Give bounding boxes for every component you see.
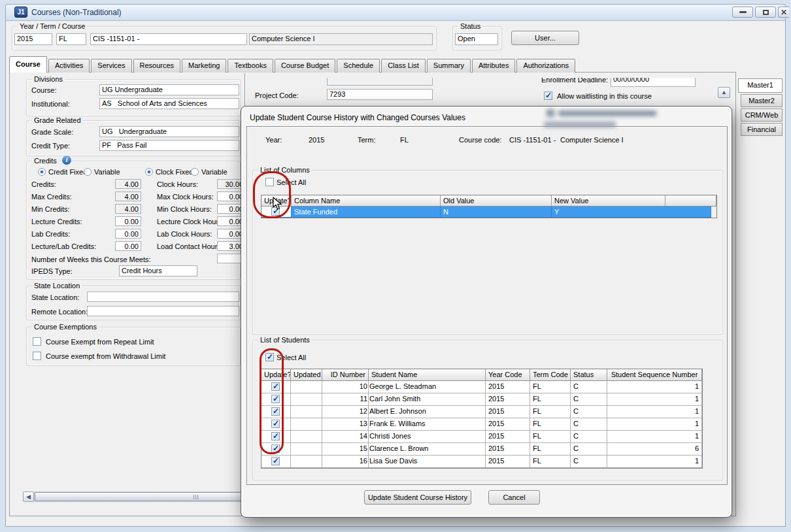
student-cell[interactable]: Christi Jones [369,431,486,443]
scroll-up-icon[interactable]: ▲ [718,87,730,98]
student-cell[interactable]: C [571,431,607,443]
student-cell[interactable] [291,431,322,443]
student-cell[interactable]: C [571,456,607,468]
right-tab-financial[interactable]: Financial [741,123,783,136]
students-table-row[interactable]: 15Clarence L. Brown2015FLC6 [261,443,702,456]
student-cell[interactable]: FL [530,406,571,418]
tab-class-list[interactable]: Class List [381,59,426,73]
exemption-checkbox-1[interactable] [33,352,41,360]
student-cell[interactable]: Albert E. Johnson [369,406,486,418]
student-cell[interactable] [291,418,322,431]
student-cell[interactable]: 2015 [486,381,530,393]
tab-summary[interactable]: Summary [427,59,471,73]
course-name-field[interactable]: Computer Science I [249,33,433,45]
restore-icon[interactable] [755,7,776,18]
student-cell[interactable]: 16 [322,456,369,468]
close-icon[interactable]: ✕ [778,7,789,18]
credits-row-left-field[interactable]: 0.00 [115,241,141,251]
year-input[interactable]: 2015 [14,33,52,45]
students-header-status[interactable]: Status [571,369,607,381]
student-cell[interactable]: 1 [607,406,702,418]
student-cell[interactable]: FL [530,418,571,431]
student-cell[interactable]: Clarence L. Brown [369,443,486,456]
credits-row-left-field[interactable]: 0.00 [115,216,141,226]
student-cell[interactable]: 14 [322,431,369,443]
update-student-course-history-button[interactable]: Update Student Course History [364,490,471,505]
student-cell[interactable]: FL [530,393,571,406]
student-cell[interactable]: 2015 [486,406,530,418]
student-cell[interactable]: C [571,418,607,431]
student-cell[interactable]: 15 [322,443,369,456]
tab-resources[interactable]: Resources [133,59,181,73]
students-header-id-number[interactable]: ID Number [322,369,369,381]
state-location-field[interactable] [87,291,239,302]
student-cell[interactable] [291,443,322,456]
credits-row-left-field[interactable]: 4.00 [115,179,141,189]
student-cell[interactable] [291,456,322,468]
tab-course[interactable]: Course [9,56,47,73]
columns-table-row[interactable]: State FundedNY [261,207,716,218]
scroll-left-icon[interactable]: ◀ [23,491,34,502]
radio-credit-fixed-0[interactable] [38,168,46,176]
student-cell[interactable]: 1 [607,381,702,393]
credits-row-left-field[interactable]: 4.00 [115,204,141,214]
student-cell[interactable] [291,393,322,406]
student-cell[interactable]: 10 [322,381,369,393]
right-tab-master2[interactable]: Master2 [741,94,783,107]
minimize-icon[interactable] [732,7,753,18]
student-cell[interactable]: C [571,393,607,406]
tab-schedule[interactable]: Schedule [337,59,380,73]
ipeds-field[interactable]: Credit Hours [119,265,197,276]
radio-clock-fixed-2[interactable] [145,168,153,176]
student-cell[interactable]: 1 [607,393,702,406]
tab-attributes[interactable]: Attributes [472,59,515,73]
student-cell[interactable]: FL [530,443,571,456]
grade-scale-field[interactable]: UG Undergraduate [99,126,239,137]
student-cell[interactable]: Carl John Smith [369,393,486,406]
credits-row-left-field[interactable]: 4.00 [115,191,141,201]
student-cell[interactable]: Lisa Sue Davis [369,456,486,468]
course-code-input[interactable]: CIS -1151-01 - [90,33,247,45]
h-scrollbar-thumb[interactable] [35,492,241,501]
student-update-checkbox[interactable] [271,457,280,465]
student-cell[interactable]: FL [530,456,571,468]
students-header-year-code[interactable]: Year Code [486,369,530,381]
student-cell[interactable]: FL [530,431,571,443]
enrollment-deadline-field[interactable]: 00/00/0000 [611,78,696,87]
student-cell[interactable]: 12 [322,406,369,418]
tab-activities[interactable]: Activities [48,59,90,73]
user-button[interactable]: User... [511,31,579,45]
students-header-term-code[interactable]: Term Code [530,369,571,381]
credit-type-field[interactable]: PF Pass Fail [99,140,239,151]
students-table-row[interactable]: 11Carl John Smith2015FLC1 [261,393,702,406]
student-cell[interactable]: 6 [607,443,702,456]
student-cell[interactable] [291,406,322,418]
student-cell[interactable]: C [571,381,607,393]
waitlist-checkbox[interactable] [544,91,552,100]
student-cell[interactable]: Frank E. Williams [369,418,486,431]
cancel-button[interactable]: Cancel [488,490,540,505]
students-header-student-name[interactable]: Student Name [369,369,486,381]
division-course-field[interactable]: UG Undergraduate [99,84,239,95]
exemption-checkbox-0[interactable] [33,337,41,346]
columns-header-column-name[interactable]: Column Name [292,195,441,207]
students-header-updated[interactable]: Updated [291,369,322,381]
tab-textbooks[interactable]: Textbooks [227,59,273,73]
status-field[interactable]: Open [455,33,498,45]
tab-marketing[interactable]: Marketing [182,59,226,73]
students-table-row[interactable]: 10George L. Steadman2015FLC1 [261,381,702,393]
student-cell[interactable]: C [571,443,607,456]
columns-header-new-value[interactable]: New Value [552,195,665,207]
row-cell[interactable]: Y [552,207,711,218]
partial-field[interactable] [327,78,433,86]
credits-row-left-field[interactable]: 0.00 [115,229,141,239]
student-cell[interactable]: 2015 [486,443,530,456]
student-cell[interactable]: 1 [607,418,702,431]
student-cell[interactable]: 1 [607,456,702,468]
tab-course-budget[interactable]: Course Budget [275,59,335,73]
student-cell[interactable]: 2015 [486,431,530,443]
student-update-checkbox-cell[interactable] [261,456,291,468]
student-cell[interactable]: 13 [322,418,369,431]
radio-variable-1[interactable] [84,168,92,176]
student-cell[interactable]: 1 [607,431,702,443]
